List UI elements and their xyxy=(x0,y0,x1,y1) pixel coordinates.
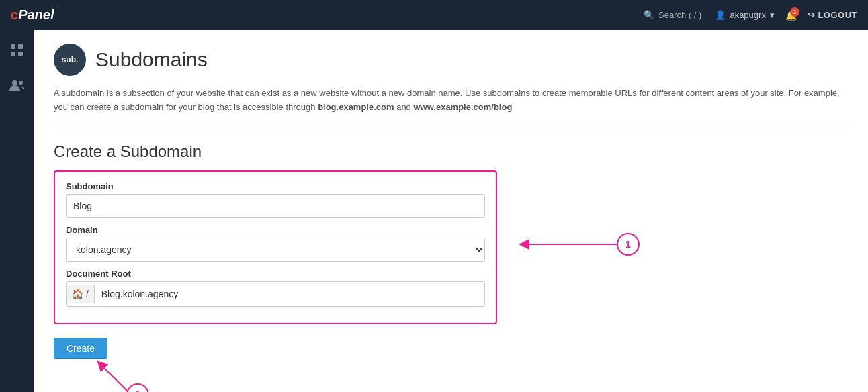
brand-logo[interactable]: cPanel xyxy=(11,7,54,23)
logout-button[interactable]: ↪ LOGOUT xyxy=(808,10,857,20)
docroot-label: Document Root xyxy=(66,268,485,279)
bold-example1: blog.example.com xyxy=(318,102,394,112)
username-label: akapugrx xyxy=(730,10,765,20)
svg-point-4 xyxy=(12,80,17,85)
brand-panel: Panel xyxy=(18,7,54,22)
bold-example2: www.example.com/blog xyxy=(413,102,512,112)
notification-bell[interactable]: 🔔 1 xyxy=(785,10,797,21)
svg-point-10 xyxy=(127,384,148,392)
domain-label: Domain xyxy=(66,225,485,235)
docroot-prefix: 🏠 / xyxy=(67,285,95,303)
sidebar-item-users[interactable] xyxy=(5,73,29,97)
create-section-title: Create a Subdomain xyxy=(54,142,848,161)
svg-line-9 xyxy=(101,364,128,391)
logout-label: LOGOUT xyxy=(818,10,857,20)
description-and: and xyxy=(394,102,414,112)
page-icon: sub. xyxy=(54,44,86,76)
search-area[interactable]: 🔍 Search ( / ) xyxy=(644,10,701,20)
svg-text:1: 1 xyxy=(625,239,631,250)
subdomain-label: Subdomain xyxy=(66,181,485,191)
chevron-down-icon: ▾ xyxy=(770,10,775,20)
subdomain-input[interactable] xyxy=(66,194,485,218)
svg-text:2: 2 xyxy=(135,389,140,392)
search-icon: 🔍 xyxy=(644,10,654,20)
docroot-group: Document Root 🏠 / xyxy=(66,268,485,307)
notification-badge: 1 xyxy=(790,7,799,17)
page-header: sub. Subdomains xyxy=(54,44,848,76)
page-description: A subdomain is a subsection of your webs… xyxy=(54,87,848,126)
top-navigation: cPanel 🔍 Search ( / ) 👤 akapugrx ▾ 🔔 1 ↪… xyxy=(0,0,868,30)
create-button[interactable]: Create xyxy=(54,338,107,359)
user-menu[interactable]: 👤 akapugrx ▾ xyxy=(715,10,774,20)
docroot-input[interactable] xyxy=(95,282,484,306)
sidebar xyxy=(0,30,34,392)
main-content: sub. Subdomains A subdomain is a subsect… xyxy=(34,30,868,392)
create-subdomain-section: Create a Subdomain Subdomain Domain kolo… xyxy=(54,142,848,379)
svg-rect-1 xyxy=(18,44,23,49)
create-button-area: Create 2 xyxy=(54,338,107,359)
annotation-arrow-1: 1 xyxy=(511,211,645,291)
search-label[interactable]: Search ( / ) xyxy=(658,10,701,20)
sidebar-item-grid[interactable] xyxy=(5,38,29,62)
subdomain-group: Subdomain xyxy=(66,181,485,218)
svg-rect-0 xyxy=(11,44,15,49)
svg-rect-2 xyxy=(11,52,15,56)
domain-select[interactable]: kolon.agency xyxy=(66,238,485,262)
page-title: Subdomains xyxy=(95,48,208,71)
domain-group: Domain kolon.agency xyxy=(66,225,485,262)
svg-point-7 xyxy=(617,234,639,255)
logout-icon: ↪ xyxy=(808,10,816,20)
user-icon: 👤 xyxy=(715,10,726,20)
svg-rect-3 xyxy=(18,52,23,56)
brand-c: c xyxy=(11,7,18,22)
create-form-container: Subdomain Domain kolon.agency Document R… xyxy=(54,170,497,324)
svg-point-5 xyxy=(19,81,23,85)
docroot-field: 🏠 / xyxy=(66,281,485,307)
